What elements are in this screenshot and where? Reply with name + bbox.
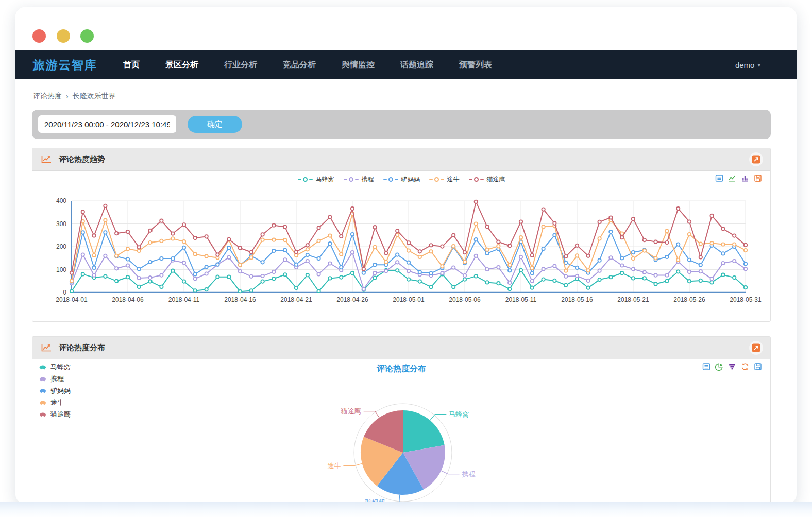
nav-item-竞品分析[interactable]: 竞品分析: [283, 60, 316, 71]
date-filter-bar: 确定: [32, 110, 771, 139]
svg-text:2018-05-11: 2018-05-11: [505, 296, 537, 303]
user-menu[interactable]: demo ▾: [735, 61, 760, 70]
traffic-light-zoom-button[interactable]: [80, 29, 94, 43]
window-titlebar: [15, 7, 797, 50]
distribution-panel: 评论热度分布 评论热度分布 马蜂窝携程驴妈妈途牛猫途鹰 马蜂窝携程驴妈妈途牛猫途…: [32, 336, 771, 504]
expand-distribution-button[interactable]: [749, 341, 763, 355]
svg-text:2018-04-26: 2018-04-26: [336, 296, 368, 303]
app-logo: 旅游云智库: [33, 57, 97, 73]
pie-label-猫途鹰: 猫途鹰: [341, 407, 361, 415]
breadcrumb-parent[interactable]: 评论热度: [33, 92, 62, 101]
date-range-input[interactable]: [38, 115, 176, 133]
svg-text:2018-04-21: 2018-04-21: [280, 296, 312, 303]
bottom-fade: [0, 502, 812, 518]
breadcrumb-separator: ›: [66, 92, 69, 100]
nav-menu: 首页景区分析行业分析竞品分析舆情监控话题追踪预警列表: [123, 60, 492, 71]
pie-legend-item-猫途鹰[interactable]: 猫途鹰: [39, 411, 71, 418]
trend-panel: 评论热度趋势 马蜂窝携程驴妈妈途牛猫途鹰 01002003004002018-0…: [32, 148, 771, 322]
trend-line-chart[interactable]: 01002003004002018-04-012018-04-062018-04…: [32, 171, 770, 322]
pie-legend-item-携程[interactable]: 携程: [39, 375, 71, 383]
pie-legend-item-马蜂窝[interactable]: 马蜂窝: [39, 364, 71, 371]
user-name: demo: [735, 61, 755, 70]
navbar: 旅游云智库 首页景区分析行业分析竞品分析舆情监控话题追踪预警列表 demo ▾: [15, 50, 797, 79]
nav-item-行业分析[interactable]: 行业分析: [224, 60, 257, 71]
svg-text:2018-04-06: 2018-04-06: [112, 296, 144, 303]
pie-legend-item-途牛[interactable]: 途牛: [39, 399, 71, 406]
traffic-light-close-button[interactable]: [32, 29, 46, 43]
legend-item-驴妈妈[interactable]: 驴妈妈: [383, 175, 420, 184]
svg-text:0: 0: [63, 289, 66, 296]
pie-legend-label: 途牛: [50, 398, 64, 407]
distribution-chart-icon: [41, 343, 52, 352]
svg-text:2018-05-21: 2018-05-21: [617, 296, 649, 303]
svg-text:2018-04-11: 2018-04-11: [168, 296, 200, 303]
svg-text:200: 200: [56, 243, 66, 250]
pie-chart-icon[interactable]: [715, 362, 723, 371]
pie-legend-label: 携程: [50, 374, 64, 384]
data-view-icon[interactable]: [702, 362, 711, 371]
data-view-icon[interactable]: [715, 174, 723, 182]
pie-label-途牛: 途牛: [327, 462, 341, 470]
svg-text:100: 100: [56, 266, 66, 273]
nav-item-话题追踪[interactable]: 话题追踪: [400, 60, 433, 71]
svg-text:2018-04-01: 2018-04-01: [56, 296, 88, 303]
pie-legend-label: 马蜂窝: [50, 362, 71, 372]
legend-item-猫途鹰[interactable]: 猫途鹰: [469, 175, 505, 184]
traffic-light-minimize-button[interactable]: [57, 29, 70, 43]
svg-text:400: 400: [56, 197, 66, 204]
nav-item-景区分析[interactable]: 景区分析: [165, 60, 198, 71]
svg-text:2018-05-31: 2018-05-31: [730, 296, 762, 303]
nav-item-舆情监控[interactable]: 舆情监控: [342, 60, 375, 71]
svg-text:300: 300: [56, 220, 66, 228]
save-image-icon[interactable]: [754, 174, 762, 182]
trend-chart-area[interactable]: 马蜂窝携程驴妈妈途牛猫途鹰 01002003004002018-04-01201…: [32, 171, 770, 322]
distribution-panel-title: 评论热度分布: [59, 343, 105, 353]
trend-legend: 马蜂窝携程驴妈妈途牛猫途鹰: [32, 175, 770, 184]
save-image-icon[interactable]: [754, 362, 762, 371]
pie-chart-title: 评论热度分布: [32, 364, 770, 374]
legend-item-携程[interactable]: 携程: [344, 175, 374, 184]
funnel-icon[interactable]: [728, 362, 736, 371]
trend-panel-title: 评论热度趋势: [59, 154, 105, 164]
svg-text:2018-05-06: 2018-05-06: [449, 296, 481, 303]
legend-item-途牛[interactable]: 途牛: [429, 175, 460, 184]
pie-legend-label: 驴妈妈: [50, 386, 71, 395]
trend-chart-icon: [41, 155, 52, 164]
trend-panel-header: 评论热度趋势: [32, 148, 770, 171]
distribution-toolbox: [702, 362, 762, 371]
app-window: 旅游云智库 首页景区分析行业分析竞品分析舆情监控话题追踪预警列表 demo ▾ …: [15, 7, 797, 504]
legend-item-马蜂窝[interactable]: 马蜂窝: [298, 175, 334, 184]
svg-text:2018-05-26: 2018-05-26: [673, 296, 705, 303]
pie-chart[interactable]: 马蜂窝携程驴妈妈途牛猫途鹰: [32, 359, 770, 504]
expand-trend-button[interactable]: [749, 152, 763, 166]
line-chart-icon[interactable]: [728, 174, 736, 182]
legend-label: 途牛: [447, 175, 460, 184]
svg-text:2018-05-01: 2018-05-01: [393, 296, 425, 303]
distribution-chart-area[interactable]: 评论热度分布 马蜂窝携程驴妈妈途牛猫途鹰 马蜂窝携程驴妈妈途牛猫途鹰: [32, 359, 770, 504]
restore-icon[interactable]: [741, 362, 749, 371]
distribution-panel-header: 评论热度分布: [32, 337, 770, 359]
pie-legend: 马蜂窝携程驴妈妈途牛猫途鹰: [39, 364, 71, 418]
chevron-down-icon: ▾: [757, 62, 760, 68]
nav-item-预警列表[interactable]: 预警列表: [459, 60, 492, 71]
pie-legend-item-驴妈妈[interactable]: 驴妈妈: [39, 387, 71, 394]
legend-label: 驴妈妈: [401, 175, 420, 184]
legend-label: 猫途鹰: [487, 175, 505, 184]
breadcrumb: 评论热度 › 长隆欢乐世界: [33, 92, 116, 101]
svg-text:2018-04-16: 2018-04-16: [224, 296, 256, 303]
pie-legend-label: 猫途鹰: [50, 410, 71, 419]
bar-chart-icon[interactable]: [741, 174, 749, 182]
legend-label: 马蜂窝: [316, 175, 334, 184]
pie-label-携程: 携程: [462, 470, 476, 478]
svg-text:2018-05-16: 2018-05-16: [561, 296, 593, 303]
nav-item-首页[interactable]: 首页: [123, 60, 140, 71]
legend-label: 携程: [362, 175, 374, 184]
confirm-button[interactable]: 确定: [188, 116, 242, 133]
trend-toolbox: [715, 174, 762, 182]
pie-label-马蜂窝: 马蜂窝: [449, 410, 469, 418]
breadcrumb-current: 长隆欢乐世界: [73, 92, 116, 101]
